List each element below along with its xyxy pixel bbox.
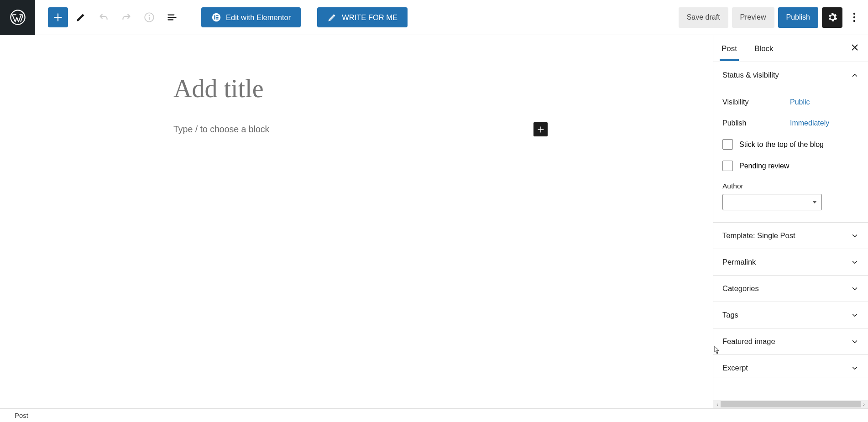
publish-label: Publish: [722, 119, 790, 127]
svg-rect-7: [216, 17, 219, 18]
toolbar-right: Save draft Preview Publish: [679, 7, 868, 28]
edit-elementor-button[interactable]: Edit with Elementor: [201, 7, 301, 27]
settings-sidebar: Post Block Status & visibility Visibilit…: [713, 35, 868, 408]
panel-categories-header[interactable]: Categories: [713, 276, 868, 302]
svg-point-11: [853, 20, 855, 22]
panel-featured-header[interactable]: Featured image: [713, 328, 868, 354]
pending-review-label: Pending review: [739, 162, 789, 170]
stick-top-checkbox[interactable]: [722, 139, 733, 150]
undo-button[interactable]: [94, 7, 114, 27]
pencil-tools-icon[interactable]: [71, 7, 91, 27]
publish-button[interactable]: Publish: [778, 7, 818, 28]
publish-value[interactable]: Immediately: [790, 119, 829, 127]
footer-breadcrumb-bar: Post: [0, 408, 868, 422]
edit-elementor-label: Edit with Elementor: [226, 13, 291, 22]
panel-excerpt-header[interactable]: Excerpt: [713, 355, 868, 377]
visibility-row: Visibility Public: [722, 92, 859, 113]
visibility-value[interactable]: Public: [790, 98, 810, 106]
panel-categories: Categories: [713, 276, 868, 302]
breadcrumb-post[interactable]: Post: [15, 412, 28, 419]
write-for-me-label: WRITE FOR ME: [342, 13, 397, 22]
tab-post[interactable]: Post: [722, 36, 745, 61]
panel-tags: Tags: [713, 302, 868, 328]
inline-add-block-button[interactable]: [533, 122, 548, 136]
editor-main: Add title Type / to choose a block: [0, 35, 713, 408]
info-icon[interactable]: [139, 7, 159, 27]
save-draft-button[interactable]: Save draft: [679, 7, 728, 28]
chevron-down-icon: [851, 311, 859, 319]
editor-column: Add title Type / to choose a block: [173, 74, 548, 136]
block-prompt-row: Type / to choose a block: [173, 122, 548, 136]
chevron-down-icon: [851, 258, 859, 266]
write-for-me-button[interactable]: WRITE FOR ME: [317, 7, 408, 27]
panel-excerpt: Excerpt: [713, 355, 868, 377]
author-select[interactable]: [722, 194, 822, 210]
scroll-left-arrow[interactable]: ‹: [714, 401, 721, 408]
add-block-button[interactable]: [48, 7, 68, 27]
post-title-input[interactable]: Add title: [173, 74, 548, 103]
author-label: Author: [722, 177, 859, 194]
chevron-down-icon: [851, 285, 859, 293]
sidebar-tabs: Post Block: [713, 35, 868, 62]
chevron-down-icon: [851, 338, 859, 346]
toolbar-left: Edit with Elementor WRITE FOR ME: [35, 7, 408, 27]
sidebar-horizontal-scrollbar[interactable]: ‹ ›: [713, 400, 868, 408]
svg-point-10: [853, 16, 855, 18]
chevron-down-icon: [851, 364, 859, 372]
sidebar-body: Status & visibility Visibility Public Pu…: [713, 62, 868, 400]
svg-rect-5: [214, 15, 215, 19]
svg-rect-8: [216, 19, 219, 20]
preview-button[interactable]: Preview: [732, 7, 774, 28]
chevron-down-icon: [851, 232, 859, 240]
stick-top-row: Stick to the top of the blog: [722, 134, 859, 155]
close-sidebar-button[interactable]: [850, 42, 860, 54]
scrollbar-track[interactable]: [721, 401, 861, 407]
svg-point-9: [853, 13, 855, 15]
panel-tags-header[interactable]: Tags: [713, 302, 868, 328]
panel-status-body: Visibility Public Publish Immediately St…: [713, 88, 868, 222]
panel-permalink-header[interactable]: Permalink: [713, 249, 868, 275]
outline-icon[interactable]: [162, 7, 182, 27]
svg-point-0: [10, 10, 25, 24]
panel-featured-image: Featured image: [713, 328, 868, 355]
svg-rect-6: [216, 15, 219, 16]
panel-template-header[interactable]: Template: Single Post: [713, 223, 868, 249]
panel-permalink: Permalink: [713, 249, 868, 276]
block-prompt-text[interactable]: Type / to choose a block: [173, 124, 269, 135]
wordpress-logo[interactable]: [0, 0, 35, 35]
scroll-right-arrow[interactable]: ›: [861, 401, 867, 408]
pending-review-row: Pending review: [722, 155, 859, 177]
settings-gear-button[interactable]: [822, 7, 842, 28]
panel-template: Template: Single Post: [713, 223, 868, 249]
chevron-up-icon: [851, 71, 859, 79]
pending-review-checkbox[interactable]: [722, 161, 733, 171]
redo-button[interactable]: [116, 7, 136, 27]
tab-block[interactable]: Block: [754, 36, 782, 61]
publish-row: Publish Immediately: [722, 113, 859, 134]
more-options-button[interactable]: [846, 7, 863, 28]
panel-status-visibility: Status & visibility Visibility Public Pu…: [713, 62, 868, 223]
stick-top-label: Stick to the top of the blog: [739, 141, 824, 149]
panel-status-header[interactable]: Status & visibility: [713, 62, 868, 88]
visibility-label: Visibility: [722, 98, 790, 106]
svg-rect-3: [149, 17, 150, 20]
top-toolbar: Edit with Elementor WRITE FOR ME Save dr…: [0, 0, 868, 35]
svg-point-2: [149, 15, 150, 16]
